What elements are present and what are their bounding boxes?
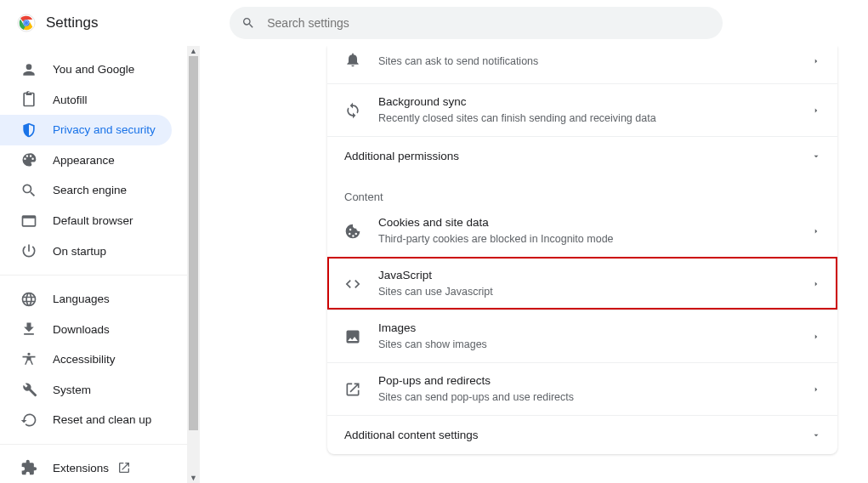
sidebar-item-label: On startup [53,245,106,258]
setting-subtitle: Sites can send pop-ups and use redirects [378,390,574,406]
chevron-down-icon [812,428,820,443]
svg-point-3 [25,21,28,25]
sidebar: You and Google Autofill Privacy and secu… [0,46,187,483]
sidebar-item-downloads[interactable]: Downloads [0,314,172,344]
sidebar-item-you-and-google[interactable]: You and Google [0,54,172,85]
setting-cookies[interactable]: Cookies and site data Third-party cookie… [327,205,837,257]
sync-icon [344,102,361,119]
setting-images[interactable]: Images Sites can show images [327,310,837,362]
sidebar-item-label: Appearance [53,154,115,167]
setting-title: Cookies and site data [378,215,614,230]
globe-icon [20,291,37,308]
setting-title: Additional content settings [344,428,479,443]
scroll-down-arrow-icon[interactable]: ▼ [187,473,200,483]
sidebar-item-default-browser[interactable]: Default browser [0,206,172,236]
setting-additional-permissions[interactable]: Additional permissions [327,136,837,175]
sidebar-item-label: Downloads [53,323,110,336]
sidebar-item-label: Privacy and security [53,123,156,136]
sidebar-item-privacy[interactable]: Privacy and security [0,115,172,145]
setting-subtitle: Sites can use Javascript [378,285,493,300]
sidebar-separator [0,444,187,445]
setting-notifications[interactable]: Sites can ask to send notifications [327,46,837,83]
chevron-right-icon [812,103,820,118]
sidebar-item-appearance[interactable]: Appearance [0,145,172,176]
sidebar-item-label: Autofill [53,94,88,106]
sidebar-item-extensions[interactable]: Extensions [0,453,172,483]
setting-javascript[interactable]: JavaScript Sites can use Javascript [327,257,837,310]
chevron-right-icon [812,276,820,292]
sidebar-item-accessibility[interactable]: Accessibility [0,344,172,375]
scrollbar-thumb[interactable] [189,56,198,430]
wrench-icon [20,381,37,398]
person-icon [20,61,37,78]
sidebar-item-label: Search engine [53,184,127,196]
sidebar-item-label: Languages [53,293,110,305]
clipboard-icon [20,91,37,108]
shield-icon [20,122,37,139]
setting-title: Background sync [378,94,656,110]
sidebar-item-system[interactable]: System [0,374,172,405]
sidebar-item-reset[interactable]: Reset and clean up [0,405,172,435]
sidebar-separator [0,275,187,276]
palette-icon [20,151,37,168]
setting-title: JavaScript [378,268,493,283]
setting-title: Pop-ups and redirects [378,373,574,389]
sidebar-item-label: You and Google [53,63,134,76]
search-icon [241,16,255,30]
setting-popups[interactable]: Pop-ups and redirects Sites can send pop… [327,362,837,415]
image-icon [344,328,361,345]
chevron-right-icon [812,54,820,69]
main-content: Sites can ask to send notifications Back… [200,46,868,483]
setting-subtitle: Third-party cookies are blocked in Incog… [378,232,614,247]
sidebar-item-languages[interactable]: Languages [0,284,172,315]
chevron-down-icon [812,149,820,164]
chevron-right-icon [812,329,820,344]
download-icon [20,321,37,338]
open-in-new-icon [117,461,131,474]
sidebar-item-label: Default browser [53,214,133,227]
settings-card: Sites can ask to send notifications Back… [327,46,837,454]
chevron-right-icon [812,224,820,239]
page-title: Settings [46,14,98,31]
search-input[interactable] [265,15,711,31]
section-label-content: Content [327,175,837,205]
restore-icon [20,412,37,429]
scroll-up-arrow-icon[interactable]: ▲ [187,46,200,56]
chevron-right-icon [812,382,820,397]
sidebar-item-search-engine[interactable]: Search engine [0,175,172,206]
browser-icon [20,213,37,230]
setting-subtitle: Sites can ask to send notifications [378,54,538,70]
extension-icon [20,459,37,476]
chrome-logo-icon [17,14,36,32]
search-icon [20,182,37,199]
app-header: Settings [0,0,868,46]
bell-icon [344,51,361,68]
open-in-new-icon [344,381,361,398]
setting-title: Images [378,321,487,336]
accessibility-icon [20,351,37,368]
setting-subtitle: Sites can show images [378,338,487,353]
code-icon [344,276,361,293]
sidebar-scrollbar[interactable]: ▲ ▼ [187,46,200,483]
sidebar-item-label: Extensions [53,462,109,474]
setting-title: Additional permissions [344,149,459,164]
power-icon [20,242,37,259]
setting-additional-content[interactable]: Additional content settings [327,415,837,454]
setting-subtitle: Recently closed sites can finish sending… [378,111,656,127]
cookie-icon [344,223,361,240]
sidebar-item-label: Reset and clean up [53,413,151,426]
sidebar-item-on-startup[interactable]: On startup [0,236,172,266]
sidebar-item-autofill[interactable]: Autofill [0,85,172,116]
setting-background-sync[interactable]: Background sync Recently closed sites ca… [327,83,837,136]
sidebar-item-label: Accessibility [53,353,116,366]
sidebar-item-label: System [53,384,91,396]
search-settings[interactable] [230,7,723,39]
